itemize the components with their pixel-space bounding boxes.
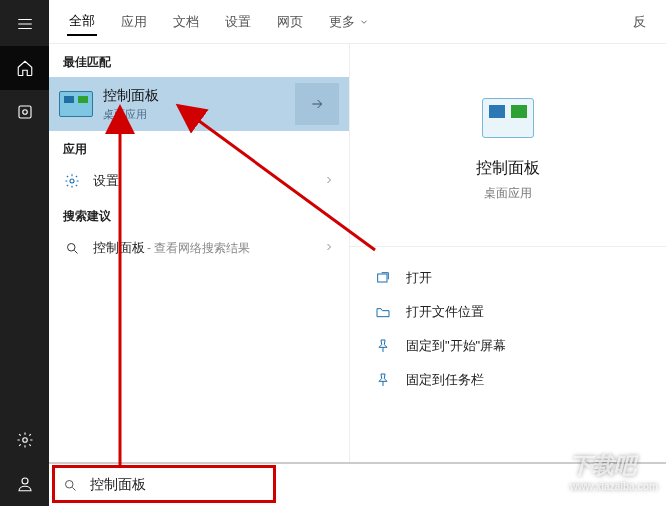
tab-docs[interactable]: 文档 (171, 9, 201, 35)
action-open[interactable]: 打开 (370, 261, 646, 295)
action-open-label: 打开 (406, 269, 432, 287)
preview-subtitle: 桌面应用 (484, 185, 532, 202)
action-pin-start-label: 固定到"开始"屏幕 (406, 337, 506, 355)
search-results: 最佳匹配 控制面板 桌面应用 应用 设置 (49, 44, 349, 506)
control-panel-icon (59, 91, 93, 117)
tab-apps[interactable]: 应用 (119, 9, 149, 35)
chevron-right-icon (323, 174, 335, 189)
action-pin-taskbar[interactable]: 固定到任务栏 (370, 363, 646, 397)
best-match-subtitle: 桌面应用 (103, 107, 295, 122)
svg-point-4 (70, 179, 74, 183)
feedback-link[interactable]: 反 (631, 9, 648, 35)
suggestion-hint: - 查看网络搜索结果 (147, 240, 250, 257)
app-result-settings[interactable]: 设置 (49, 164, 349, 198)
best-match-item[interactable]: 控制面板 桌面应用 (49, 77, 349, 131)
section-best-match: 最佳匹配 (49, 44, 349, 77)
section-apps: 应用 (49, 131, 349, 164)
start-sidebar (0, 0, 49, 506)
action-pin-start[interactable]: 固定到"开始"屏幕 (370, 329, 646, 363)
best-match-open-button[interactable] (295, 83, 339, 125)
preview-pane: 控制面板 桌面应用 打开 打开文件位置 固定到"开始"屏幕 (349, 44, 666, 506)
tab-more[interactable]: 更多 (327, 9, 371, 35)
gear-icon (63, 173, 81, 189)
action-pin-taskbar-label: 固定到任务栏 (406, 371, 484, 389)
tab-all[interactable]: 全部 (67, 8, 97, 36)
search-filter-tabs: 全部 应用 文档 设置 网页 更多 反 (49, 0, 666, 44)
arrow-right-icon (309, 96, 325, 112)
chevron-right-icon (323, 241, 335, 256)
svg-point-3 (22, 478, 28, 484)
settings-icon[interactable] (0, 418, 49, 462)
preview-actions: 打开 打开文件位置 固定到"开始"屏幕 固定到任务栏 (350, 246, 666, 397)
preview-title: 控制面板 (476, 158, 540, 179)
action-open-location[interactable]: 打开文件位置 (370, 295, 646, 329)
search-suggestion-item[interactable]: 控制面板 - 查看网络搜索结果 (49, 231, 349, 265)
recent-icon[interactable] (0, 90, 49, 134)
svg-rect-6 (378, 274, 387, 282)
tab-web[interactable]: 网页 (275, 9, 305, 35)
pin-icon (374, 372, 392, 388)
svg-point-5 (67, 243, 75, 251)
folder-icon (374, 304, 392, 320)
svg-point-1 (22, 110, 27, 115)
tab-settings[interactable]: 设置 (223, 9, 253, 35)
section-suggestions: 搜索建议 (49, 198, 349, 231)
app-result-label: 设置 (93, 172, 119, 190)
hamburger-icon[interactable] (0, 2, 49, 46)
chevron-down-icon (359, 17, 369, 27)
home-icon[interactable] (0, 46, 49, 90)
open-icon (374, 270, 392, 286)
svg-point-2 (22, 438, 27, 443)
account-icon[interactable] (0, 462, 49, 506)
suggestion-term: 控制面板 (93, 239, 145, 257)
svg-rect-0 (19, 106, 31, 118)
control-panel-icon-large (482, 98, 534, 138)
annotation-highlight (52, 465, 276, 503)
action-open-location-label: 打开文件位置 (406, 303, 484, 321)
search-icon (63, 241, 81, 256)
best-match-title: 控制面板 (103, 87, 295, 105)
pin-icon (374, 338, 392, 354)
tab-more-label: 更多 (329, 13, 355, 31)
